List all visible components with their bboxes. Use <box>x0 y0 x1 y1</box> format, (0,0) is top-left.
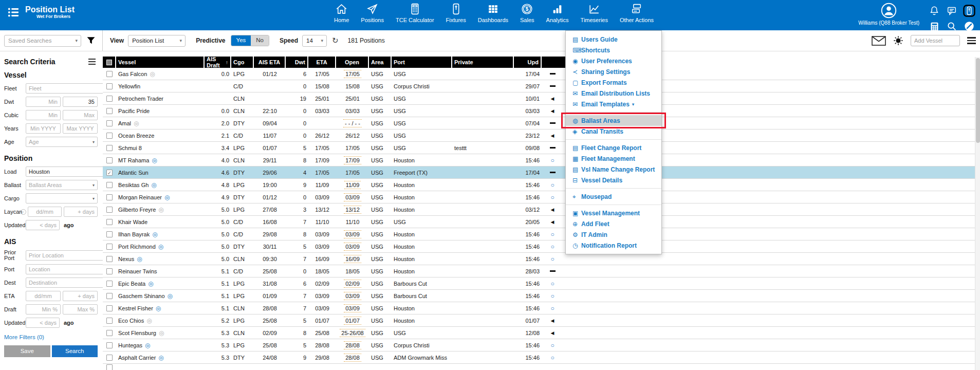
checkbox[interactable] <box>106 364 113 370</box>
vessel-target-icon[interactable]: ◎ <box>152 231 157 238</box>
open-date[interactable]: 25/01 <box>345 96 360 102</box>
open-date[interactable]: 15/08 <box>345 83 360 89</box>
vessel-name[interactable]: Scot Flensburg <box>118 330 156 336</box>
vessel-name-cell[interactable]: Yellowfin <box>116 80 205 92</box>
vessel-target-icon[interactable]: ◎ <box>158 243 163 250</box>
open-date[interactable]: 17/05 <box>344 70 361 78</box>
open-date[interactable]: 26/12 <box>345 133 360 139</box>
predictive-yes-button[interactable]: Yes <box>231 35 251 46</box>
open-cell[interactable]: 13/12 <box>336 203 369 215</box>
dwt-min-input[interactable] <box>26 97 61 107</box>
vessel-name-cell[interactable]: Nexus◎ <box>116 253 205 265</box>
open-date[interactable]: 01/07 <box>344 317 361 325</box>
vessel-name-cell[interactable]: Petrochem Trader <box>116 92 205 104</box>
open-cell[interactable]: 03/09 <box>336 290 369 302</box>
menu-item-canal-transits[interactable]: ◈Canal Transits <box>566 126 661 137</box>
notifications-bell-icon[interactable] <box>928 4 941 17</box>
checkbox[interactable] <box>106 256 113 262</box>
vessel-name-cell[interactable]: Reinauer Twins <box>116 265 205 277</box>
open-cell[interactable]: 03/09 <box>336 191 369 203</box>
col-ais-draft[interactable]: AIS Draft↑ <box>205 57 231 68</box>
vessel-name-cell[interactable]: Eco Chios◎ <box>116 314 205 326</box>
open-cell[interactable]: 03/09 <box>336 240 369 252</box>
open-date[interactable]: 03/09 <box>344 292 361 300</box>
app-brand[interactable]: Position List Wet For Brokers <box>7 5 75 19</box>
vessel-name-cell[interactable]: Huntegas◎ <box>116 339 205 351</box>
vessel-name-cell[interactable]: MT Rahama◎ <box>116 154 205 166</box>
checkbox[interactable] <box>106 182 113 188</box>
vessel-name-cell[interactable]: Besiktas Gh◎ <box>116 179 205 191</box>
years-min-input[interactable] <box>26 123 61 134</box>
updated-days-input[interactable] <box>26 220 60 230</box>
search-criteria-menu-icon[interactable] <box>88 59 98 65</box>
table-row[interactable]: Ocean Breeze2.1C/D11/07026/1226/12USGUSG… <box>103 130 980 142</box>
table-row[interactable]: Nexus◎5.0CLN09:30716/0916/09USGHouston15… <box>103 253 980 265</box>
vessel-name[interactable]: Atlantic Sun <box>118 170 149 176</box>
vessel-name[interactable]: Petrochem Trader <box>118 96 163 102</box>
open-cell[interactable]: 11/10 <box>336 216 369 228</box>
row-checkbox[interactable] <box>103 265 116 277</box>
table-row[interactable]: YellowfinC/D015/0815/08USGCorpus Christi… <box>103 80 980 92</box>
brightness-sun-icon[interactable] <box>893 35 903 46</box>
menu-item-mousepad[interactable]: ⌖Mousepad <box>566 191 661 202</box>
vessel-target-icon[interactable]: ◎ <box>152 157 157 164</box>
vessel-name[interactable]: MT Rahama <box>118 157 149 163</box>
col-private[interactable]: Private <box>452 57 514 68</box>
table-row[interactable]: Ilhan Bayrak◎5.0C/D29/08803/0903/09USGHo… <box>103 228 980 240</box>
row-checkbox[interactable] <box>103 327 116 339</box>
row-checkbox[interactable] <box>103 68 116 80</box>
open-cell[interactable]: 28/08 <box>336 351 369 363</box>
open-date[interactable]: 17/05 <box>345 170 360 176</box>
table-row[interactable]: Huntegas◎5.3LPG25/08528/0828/08USGCorpus… <box>103 339 980 351</box>
table-row[interactable]: Gaschem Shinano◎5.1LPG01/09703/0903/09US… <box>103 290 980 302</box>
vessel-target-icon[interactable]: ◎ <box>151 181 156 189</box>
vessel-name-cell[interactable]: Kestrel Fisher◎ <box>116 302 205 314</box>
laycan-date-input[interactable] <box>28 207 62 217</box>
row-checkbox[interactable] <box>103 240 116 252</box>
dest-input[interactable] <box>26 278 105 288</box>
open-date[interactable]: 18/05 <box>345 268 360 274</box>
table-row[interactable]: Kestrel Fisher◎5.1CLN28/08703/0903/09USG… <box>103 302 980 314</box>
open-cell[interactable]: 17/05 <box>336 68 369 80</box>
open-date[interactable]: 03/09 <box>344 230 361 238</box>
open-cell[interactable]: 03/09 <box>336 302 369 314</box>
vessel-name-cell[interactable]: Gas Falcon◎ <box>116 68 205 80</box>
checkbox[interactable] <box>106 330 113 336</box>
open-cell[interactable]: 17/05 <box>336 166 369 178</box>
chat-icon[interactable] <box>945 4 958 17</box>
table-row[interactable]: Port Richmond◎5.0DTY30/11503/0903/09USGH… <box>103 240 980 253</box>
open-date[interactable]: 17/09 <box>344 156 361 164</box>
table-row[interactable]: Scot Flensburg◎5.3CLN02/09825/0825-26/08… <box>103 327 980 339</box>
open-cell[interactable]: 17/05 <box>336 142 369 154</box>
open-cell[interactable]: 25/01 <box>336 92 369 104</box>
eta-date-input[interactable] <box>26 291 61 301</box>
row-checkbox[interactable] <box>103 154 116 166</box>
scrollbar-thumb[interactable] <box>976 58 980 143</box>
vessel-name[interactable]: Gaschem Shinano <box>118 293 165 299</box>
vessel-name[interactable]: Kestrel Fisher <box>118 305 153 311</box>
vessel-name-cell[interactable]: Gaschem Shinano◎ <box>116 290 205 302</box>
col-status[interactable] <box>542 57 563 68</box>
menu-item-shortcuts[interactable]: ⌨Shortcuts <box>566 45 661 55</box>
checkbox[interactable] <box>106 268 113 274</box>
vessel-target-icon[interactable]: ◎ <box>137 255 142 263</box>
checkbox[interactable] <box>106 231 113 237</box>
menu-item-add-fleet[interactable]: ⊕Add Fleet <box>566 218 661 229</box>
vessel-name[interactable]: Schmui 8 <box>118 145 142 151</box>
laycan-days-input[interactable] <box>64 207 98 217</box>
vessel-name[interactable]: Besiktas Gh <box>118 182 149 188</box>
ais-port-input[interactable] <box>26 264 105 274</box>
open-date[interactable]: 17/05 <box>345 145 360 151</box>
checkbox[interactable] <box>106 219 113 225</box>
row-checkbox[interactable]: ✓ <box>103 166 116 178</box>
checkbox[interactable] <box>106 281 113 287</box>
table-row[interactable]: Schmui 83.4LPG01/07517/0517/05USGUSGtest… <box>103 142 980 154</box>
open-cell[interactable]: 18/05 <box>336 265 369 277</box>
checkbox[interactable] <box>106 244 113 250</box>
row-checkbox[interactable] <box>103 130 116 141</box>
open-date[interactable]: 28/08 <box>344 354 361 362</box>
vessel-name[interactable]: Ilhan Bayrak <box>118 231 150 237</box>
grid-menu-icon[interactable] <box>967 37 976 44</box>
nav-timeseries[interactable]: Timeseries <box>581 3 608 23</box>
open-date[interactable]: 28/08 <box>344 341 361 349</box>
